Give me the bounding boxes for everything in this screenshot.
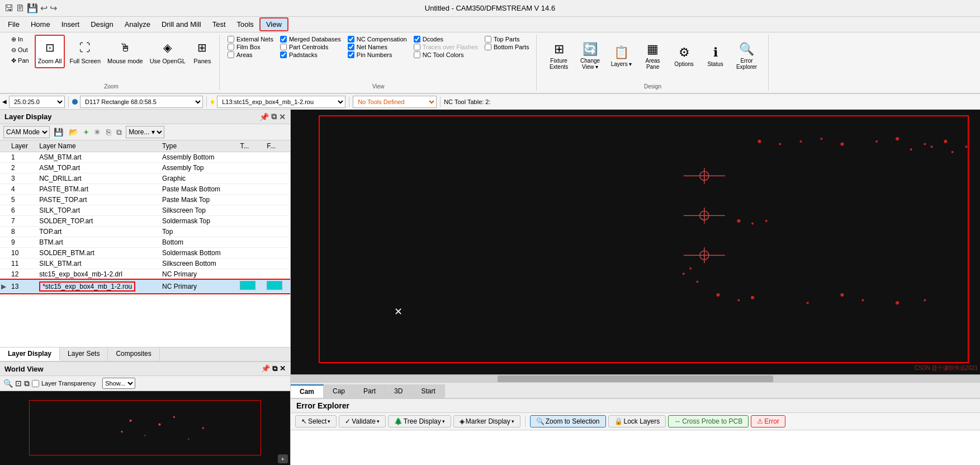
coord-select[interactable]: 25.0:25.0: [9, 96, 65, 108]
scrollbar-thumb[interactable]: [498, 375, 773, 382]
layer-select[interactable]: D117 Rectangle 68.0:58.5: [80, 96, 203, 108]
layer-row[interactable]: 6SILK_TOP.artSilkscreen Top: [0, 205, 290, 216]
areas-pane-btn[interactable]: ▦ Areas Pane: [638, 37, 667, 75]
check-merged-db[interactable]: Merged Databases: [280, 36, 341, 43]
wv-float-icon[interactable]: ⧉: [272, 364, 277, 373]
float-icon[interactable]: ⧉: [271, 112, 277, 121]
menu-tools[interactable]: Tools: [231, 18, 259, 30]
tab-layer-display[interactable]: Layer Display: [0, 347, 60, 361]
tab-layer-sets[interactable]: Layer Sets: [60, 347, 108, 361]
tab-cam[interactable]: Cam: [291, 384, 324, 398]
cross-probe-btn[interactable]: ↔ Cross Probe to PCB: [668, 415, 749, 428]
undo-icon[interactable]: ↩: [40, 3, 48, 13]
menu-analyze[interactable]: Analyze: [119, 18, 156, 30]
check-bottom-parts[interactable]: Bottom Parts: [485, 44, 529, 50]
horizontal-scrollbar[interactable]: [291, 374, 980, 382]
zoom-pan-btn[interactable]: ✥ Pan: [8, 56, 32, 65]
layer-row[interactable]: 12stc15_exp_box4_mb-1-2.drlNC Primary: [0, 269, 290, 280]
fixture-extents-btn[interactable]: ⊞ Fixture Extents: [545, 37, 574, 75]
layer-row[interactable]: 2ASM_TOP.artAssembly Top: [0, 163, 290, 173]
menu-home[interactable]: Home: [25, 18, 56, 30]
layer-row[interactable]: 10SOLDER_BTM.artSoldermask Bottom: [0, 248, 290, 259]
wv-icon2[interactable]: ⊡: [15, 379, 22, 388]
tools-defined-select[interactable]: No Tools Defined: [353, 96, 437, 108]
dup-icon[interactable]: ⧉: [115, 127, 124, 138]
tab-start[interactable]: Start: [412, 384, 444, 398]
layer-row[interactable]: 11SILK_BTM.artSilkscreen Bottom: [0, 259, 290, 269]
check-dcodes[interactable]: Dcodes: [414, 36, 478, 43]
error-explorer-btn[interactable]: 🔍 Error Explorer: [732, 37, 761, 75]
close-icon[interactable]: ✕: [279, 112, 286, 121]
asterisk-icon[interactable]: ✳: [92, 127, 102, 137]
layer-file-select[interactable]: L13:stc15_exp_box4_mb_1-2.rou: [217, 96, 345, 108]
save-icon[interactable]: 💾: [27, 3, 38, 13]
layer-row[interactable]: 4PASTE_BTM.artPaste Mask Bottom: [0, 184, 290, 195]
more-select[interactable]: More... ▾: [126, 126, 164, 138]
menu-design[interactable]: Design: [85, 18, 119, 30]
copy-icon[interactable]: ⎘: [105, 127, 112, 137]
panes-btn[interactable]: ⊞ Panes: [190, 35, 215, 68]
layer-row[interactable]: ▶13*stc15_exp_box4_mb_1-2.rouNC Primary: [0, 280, 290, 293]
select-btn[interactable]: ↖ Select ▾: [295, 415, 337, 428]
full-screen-btn[interactable]: ⛶ Full Screen: [67, 35, 103, 68]
scroll-left-icon[interactable]: ◀: [2, 98, 7, 105]
tab-composites[interactable]: Composites: [108, 347, 159, 361]
open-layer-icon[interactable]: 📂: [67, 127, 80, 137]
menu-test[interactable]: Test: [207, 18, 231, 30]
quick-access-toolbar[interactable]: 🖫 🖹 💾 ↩ ↪: [4, 3, 57, 13]
use-opengl-btn[interactable]: ◈ Use OpenGL: [148, 35, 188, 68]
open-icon[interactable]: 🖹: [16, 3, 25, 13]
layer-row[interactable]: 9BTM.artBottom: [0, 237, 290, 248]
marker-display-btn[interactable]: ◈ Marker Display ▾: [453, 415, 520, 428]
tab-3d[interactable]: 3D: [385, 384, 412, 398]
check-top-parts[interactable]: Top Parts: [485, 36, 529, 43]
validate-btn[interactable]: ✓ Validate ▾: [339, 415, 385, 428]
wv-icon3[interactable]: ⧉: [24, 379, 30, 388]
error-btn[interactable]: ⚠ Error: [751, 415, 785, 428]
layer-row[interactable]: 5PASTE_TOP.artPaste Mask Top: [0, 195, 290, 205]
canvas-area[interactable]: ✕ CSDN @个谦软件远2021: [291, 110, 980, 374]
zoom-all-btn[interactable]: ⊡ Zoom All: [35, 35, 65, 68]
check-traces-over-flashes[interactable]: Traces over Flashes: [414, 44, 478, 50]
redo-icon[interactable]: ↪: [50, 3, 57, 13]
zoom-in-btn[interactable]: ⊕ In: [8, 35, 32, 44]
options-btn[interactable]: ⚙ Options: [670, 37, 699, 75]
menu-insert[interactable]: Insert: [56, 18, 86, 30]
save-layer-icon[interactable]: 💾: [52, 127, 65, 137]
check-pin-numbers[interactable]: Pin Numbers: [348, 51, 407, 58]
check-external-nets[interactable]: External Nets: [228, 36, 273, 43]
zoom-out-btn[interactable]: ⊖ Out: [8, 45, 32, 55]
check-film-box[interactable]: Film Box: [228, 44, 273, 50]
layer-row[interactable]: 8TOP.artTop: [0, 227, 290, 237]
check-nc-comp[interactable]: NC Compensation: [348, 36, 407, 43]
check-padstacks[interactable]: Padstacks: [280, 51, 341, 58]
menu-file[interactable]: File: [2, 18, 25, 30]
tab-cap[interactable]: Cap: [324, 384, 354, 398]
wv-pin-icon[interactable]: 📌: [261, 364, 270, 373]
layer-row[interactable]: 3NC_DRILL.artGraphic: [0, 173, 290, 184]
check-nc-tool-colors[interactable]: NC Tool Colors: [414, 51, 478, 58]
pin-icon[interactable]: 📌: [259, 112, 269, 121]
check-part-centroids[interactable]: Part Centroids: [280, 44, 341, 50]
tree-display-btn[interactable]: 🌲 Tree Display ▾: [388, 415, 451, 428]
layer-row[interactable]: 1ASM_BTM.artAssembly Bottom: [0, 152, 290, 163]
new-icon[interactable]: 🖫: [4, 3, 13, 13]
zoom-to-selection-btn[interactable]: 🔍 Zoom to Selection: [530, 415, 606, 428]
expand-btn[interactable]: +: [278, 455, 288, 463]
mouse-mode-btn[interactable]: 🖱 Mouse mode: [105, 35, 145, 68]
menu-view[interactable]: View: [259, 17, 288, 31]
cam-mode-select[interactable]: CAM Mode: [3, 126, 50, 138]
check-net-names[interactable]: Net Names: [348, 44, 407, 50]
change-view-btn[interactable]: 🔄 Change View ▾: [576, 37, 605, 75]
layer-transparency-check[interactable]: [32, 380, 39, 387]
show-select[interactable]: Show...: [102, 378, 135, 389]
tab-part[interactable]: Part: [354, 384, 385, 398]
layers-btn[interactable]: 📋 Layers ▾: [607, 37, 636, 75]
status-btn[interactable]: ℹ Status: [701, 37, 730, 75]
wv-icon1[interactable]: 🔍: [3, 379, 13, 388]
lock-layers-btn[interactable]: 🔒 Lock Layers: [608, 415, 666, 428]
menu-drill-mill[interactable]: Drill and Mill: [156, 18, 207, 30]
add-layer-icon[interactable]: +: [82, 127, 90, 137]
check-areas[interactable]: Areas: [228, 51, 273, 58]
layer-row[interactable]: 7SOLDER_TOP.artSoldermask Top: [0, 216, 290, 227]
